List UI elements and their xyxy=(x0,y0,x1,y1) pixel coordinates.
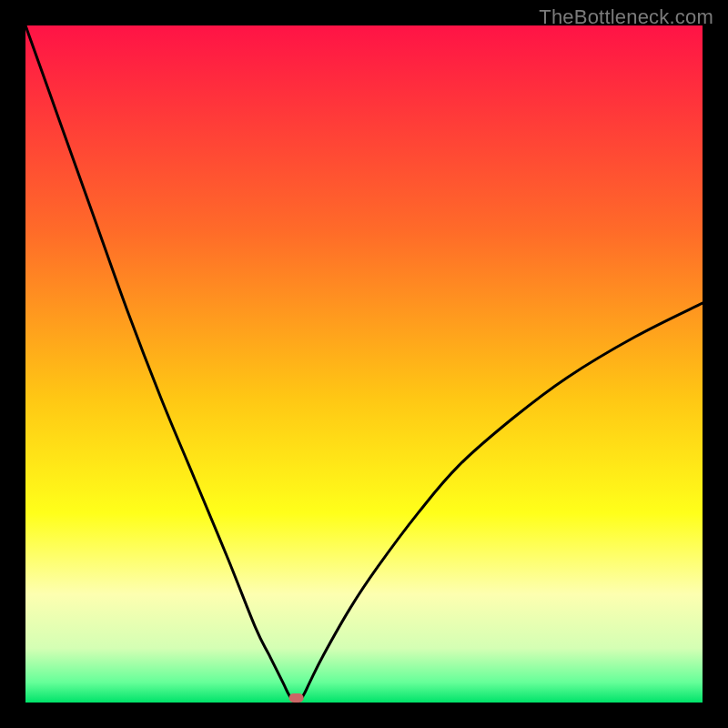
bottleneck-chart xyxy=(25,25,703,703)
chart-canvas xyxy=(25,25,703,703)
gradient-background xyxy=(25,25,703,703)
watermark-text: TheBottleneck.com xyxy=(539,5,713,29)
optimal-marker xyxy=(289,693,304,703)
